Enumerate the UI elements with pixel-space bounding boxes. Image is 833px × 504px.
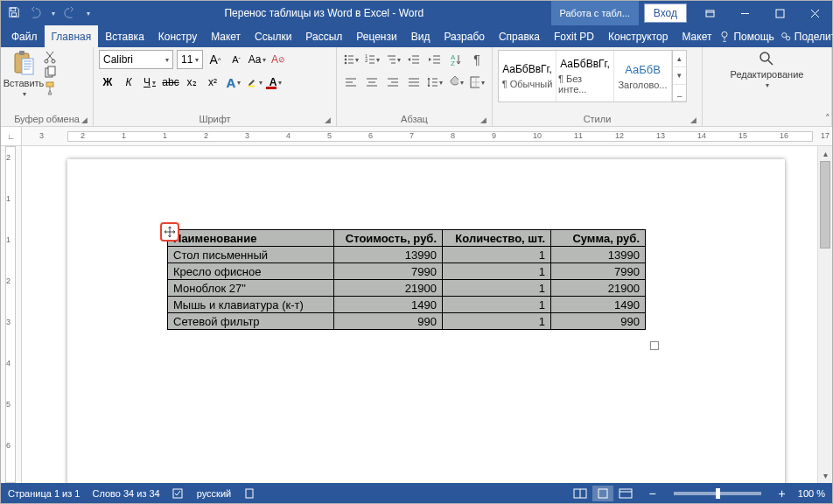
tab-table-layout[interactable]: Макет bbox=[675, 25, 718, 47]
scroll-up-icon[interactable]: ▴ bbox=[818, 146, 832, 161]
status-page[interactable]: Страница 1 из 1 bbox=[8, 488, 80, 499]
document-canvas[interactable]: Наименование Стоимость, руб. Количество,… bbox=[22, 146, 817, 483]
tab-references[interactable]: Ссылки bbox=[248, 25, 298, 47]
line-spacing-button[interactable]: ▾ bbox=[426, 74, 444, 91]
shrink-font-icon[interactable]: Aˇ bbox=[228, 51, 245, 68]
table-header-row[interactable]: Наименование Стоимость, руб. Количество,… bbox=[168, 230, 646, 247]
strike-button[interactable]: abc bbox=[162, 74, 179, 91]
shading-button[interactable]: ▾ bbox=[447, 74, 465, 91]
styles-dialog-icon[interactable]: ◢ bbox=[690, 116, 696, 124]
vertical-scrollbar[interactable]: ▴ ▾ bbox=[817, 146, 832, 483]
change-case-button[interactable]: Aa▾ bbox=[248, 51, 266, 68]
table-resize-handle-icon[interactable] bbox=[650, 341, 659, 350]
tell-me-button[interactable]: Помощь bbox=[718, 31, 774, 43]
table-row[interactable]: Сетевой фильтр9901990 bbox=[168, 313, 646, 330]
maximize-icon[interactable] bbox=[762, 1, 797, 25]
multilevel-button[interactable]: ▾ bbox=[384, 51, 402, 68]
align-right-icon[interactable] bbox=[384, 74, 402, 91]
borders-button[interactable]: ▾ bbox=[468, 74, 486, 91]
tab-layout[interactable]: Макет bbox=[204, 25, 248, 47]
styles-gallery[interactable]: АаБбВвГг,¶ Обычный АаБбВвГг,¶ Без инте..… bbox=[498, 50, 687, 102]
superscript-button[interactable]: x² bbox=[204, 74, 221, 91]
print-layout-icon[interactable] bbox=[592, 486, 613, 501]
table-row[interactable]: Стол письменный13990113990 bbox=[168, 247, 646, 263]
italic-button[interactable]: К bbox=[120, 74, 137, 91]
ribbon-display-icon[interactable] bbox=[692, 1, 727, 25]
scroll-down-icon[interactable]: ▾ bbox=[818, 468, 832, 483]
clear-format-icon[interactable]: A⊘ bbox=[270, 51, 287, 68]
tab-selector-icon[interactable]: ∟ bbox=[1, 127, 22, 145]
style-heading1[interactable]: АаБбВЗаголово... bbox=[614, 51, 672, 102]
editing-button[interactable]: Редактирование ▾ bbox=[731, 50, 804, 89]
minimize-icon[interactable] bbox=[727, 1, 762, 25]
scroll-thumb[interactable] bbox=[820, 161, 830, 248]
status-language[interactable]: русский bbox=[197, 488, 231, 499]
tab-help[interactable]: Справка bbox=[492, 25, 547, 47]
table-row[interactable]: Кресло офисное799017990 bbox=[168, 263, 646, 280]
font-size-select[interactable]: 11▾ bbox=[177, 50, 203, 69]
align-left-icon[interactable] bbox=[342, 74, 360, 91]
redo-icon[interactable] bbox=[64, 6, 76, 21]
horizontal-ruler[interactable]: 3211234567891011121314151617 bbox=[22, 127, 832, 145]
bold-button[interactable]: Ж bbox=[99, 74, 116, 91]
tab-design[interactable]: Констру bbox=[151, 25, 204, 47]
style-normal[interactable]: АаБбВвГг,¶ Обычный bbox=[499, 51, 556, 102]
bullets-button[interactable]: ▾ bbox=[342, 51, 360, 68]
underline-button[interactable]: Ч▾ bbox=[141, 74, 158, 91]
style-no-spacing[interactable]: АаБбВвГг,¶ Без инте... bbox=[556, 51, 614, 102]
paragraph-dialog-icon[interactable]: ◢ bbox=[480, 116, 486, 124]
sign-in-button[interactable]: Вход bbox=[644, 4, 687, 23]
accessibility-icon[interactable] bbox=[243, 487, 256, 500]
undo-dropdown-icon[interactable]: ▾ bbox=[52, 10, 55, 18]
tab-foxit[interactable]: Foxit PD bbox=[547, 25, 601, 47]
collapse-ribbon-icon[interactable]: ˄ bbox=[825, 113, 830, 124]
read-mode-icon[interactable] bbox=[570, 486, 591, 501]
table-tools-context-tab[interactable]: Работа с табл... bbox=[551, 1, 639, 25]
subscript-button[interactable]: x₂ bbox=[183, 74, 200, 91]
status-wordcount[interactable]: Слово 34 из 34 bbox=[92, 488, 159, 499]
zoom-level[interactable]: 100 % bbox=[798, 488, 825, 499]
share-button[interactable]: Поделиться bbox=[780, 31, 833, 43]
save-icon[interactable] bbox=[8, 6, 20, 21]
decrease-indent-icon[interactable] bbox=[405, 51, 423, 68]
cut-icon[interactable] bbox=[43, 50, 57, 64]
web-layout-icon[interactable] bbox=[615, 486, 636, 501]
font-color-button[interactable]: A▾ bbox=[267, 74, 284, 91]
sort-icon[interactable]: AZ bbox=[447, 51, 465, 68]
gallery-scroll[interactable]: ▴▾⎯ bbox=[672, 51, 686, 102]
tab-view[interactable]: Вид bbox=[404, 25, 438, 47]
tab-developer[interactable]: Разрабо bbox=[437, 25, 492, 47]
increase-indent-icon[interactable] bbox=[426, 51, 444, 68]
close-icon[interactable] bbox=[797, 1, 832, 25]
zoom-out-button[interactable]: − bbox=[648, 486, 655, 500]
justify-icon[interactable] bbox=[405, 74, 423, 91]
zoom-slider[interactable] bbox=[674, 492, 761, 495]
data-table[interactable]: Наименование Стоимость, руб. Количество,… bbox=[167, 229, 646, 330]
copy-icon[interactable] bbox=[43, 66, 57, 80]
tab-insert[interactable]: Вставка bbox=[98, 25, 151, 47]
vertical-ruler[interactable]: 21123456 bbox=[1, 146, 22, 483]
paste-button[interactable]: Вставить▾ bbox=[6, 50, 41, 98]
zoom-in-button[interactable]: + bbox=[779, 486, 786, 500]
table-row[interactable]: Мышь и клавиатура (к-т)149011490 bbox=[168, 297, 646, 313]
spell-check-icon[interactable] bbox=[172, 487, 185, 500]
tab-mailings[interactable]: Рассыл bbox=[298, 25, 349, 47]
align-center-icon[interactable] bbox=[363, 74, 381, 91]
format-painter-icon[interactable] bbox=[43, 81, 57, 95]
font-name-select[interactable]: Calibri▾ bbox=[99, 50, 173, 69]
qat-customize-icon[interactable]: ▾ bbox=[87, 10, 90, 18]
font-dialog-icon[interactable]: ◢ bbox=[325, 116, 331, 124]
clipboard-dialog-icon[interactable]: ◢ bbox=[81, 116, 88, 124]
undo-icon[interactable] bbox=[29, 6, 41, 21]
tab-table-design[interactable]: Конструктор bbox=[601, 25, 675, 47]
table-row[interactable]: Моноблок 27"21900121900 bbox=[168, 280, 646, 297]
numbering-button[interactable]: 12▾ bbox=[363, 51, 381, 68]
text-effects-button[interactable]: A▾ bbox=[225, 74, 242, 91]
show-marks-icon[interactable]: ¶ bbox=[468, 51, 486, 68]
tab-review[interactable]: Рецензи bbox=[349, 25, 403, 47]
tab-home[interactable]: Главная bbox=[45, 25, 99, 47]
tab-file[interactable]: Файл bbox=[4, 25, 45, 47]
highlight-button[interactable]: ▾ bbox=[246, 74, 263, 91]
grow-font-icon[interactable]: A^ bbox=[206, 51, 224, 68]
table-move-handle-icon[interactable] bbox=[160, 222, 179, 242]
